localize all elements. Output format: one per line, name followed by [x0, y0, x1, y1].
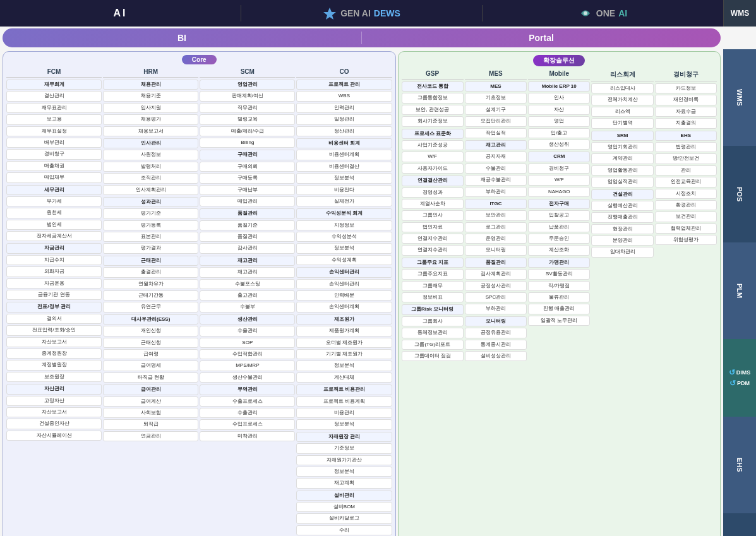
co-item: 수익성분석 [296, 232, 392, 242]
co-item: 지정정보 [296, 220, 392, 230]
fcm-item: 고정자산 [6, 396, 102, 406]
hrm-item: 연월차유가 [103, 279, 198, 289]
expense-item: 인전교육관리 [655, 177, 717, 187]
hrm-item: 개인신청 [103, 326, 198, 336]
hrm-col: HRM 채용관리 채용기준 입사지원 채용평가 채용보고서 인사관리 사원정보 … [103, 67, 198, 536]
fcm-item: 종계정원장 [6, 348, 102, 359]
hrm-item: 타직급 현황 [103, 372, 198, 383]
mobile-item: W/F [528, 175, 590, 185]
fcm-item: 보고용 [6, 114, 102, 124]
lease-item: 임대차관리 [591, 247, 653, 257]
fcm-item: 지급수지 [6, 255, 102, 265]
mes-item: 작업실적 [465, 128, 527, 138]
co-title: CO [296, 67, 392, 78]
fcm-item: 금융기관 연동 [6, 290, 102, 300]
fcm-item: 자산시뮬레이션 [6, 431, 102, 441]
co-item: 손익센터관리 [296, 267, 392, 277]
hrm-item: 인사계획관리 [103, 185, 198, 195]
co-item: 자재원가기관산 [296, 455, 392, 465]
hrm-item: 성과관리 [103, 197, 198, 207]
scm-col: SCM 영업관리 판매계획/여신 직무관리 빌링교육 매출/제리/수급 Bill… [200, 67, 295, 536]
gsp-item: 연결지수관리 [402, 245, 464, 255]
expense-title: 경비청구 [655, 69, 717, 81]
mobile-item: 가맹관리 [528, 258, 590, 268]
gsp-item: 그룹회사 [402, 316, 464, 326]
co-item: 인력배분 [296, 290, 392, 301]
fcm-item: 외화자금 [6, 266, 102, 277]
hrm-item: 근태관리 [103, 256, 198, 266]
hrm-title: HRM [103, 67, 198, 78]
bi-label: BI [3, 33, 361, 43]
gsp-item: 사용자가이드 [402, 164, 464, 174]
gsp-item: 그룹Risk 모니터링 [402, 304, 464, 314]
expense-item: 관리 [655, 165, 717, 176]
fcm-item: 자산보고서 [6, 407, 102, 417]
co-item: 수익성분석 회계 [296, 208, 392, 218]
expense-item: 방/안전보건 [655, 153, 717, 164]
expense-item: 협력업체관리 [655, 223, 717, 234]
hrm-item: 발령처리 [103, 162, 198, 172]
scm-item: 생산수불관리 [200, 372, 295, 383]
one-ai-text: AI [618, 8, 627, 18]
gsp-item: 보안, 관련성공 [402, 105, 464, 115]
hrm-item: 채용보고서 [103, 126, 198, 136]
lease-item: 건설관리 [591, 189, 653, 200]
genai-icon [323, 6, 337, 20]
mobile-item: NAHAGO [528, 187, 590, 197]
mobile-item: 자산 [528, 105, 590, 115]
mobile-title: Mobile [528, 69, 590, 80]
co-item: 정보분석 [296, 467, 392, 477]
full-page: AI GEN AI DEWS ONE AI WMS [0, 0, 756, 536]
pdm-arrow: ↺ [729, 379, 736, 388]
mes-item: SPC관리 [465, 292, 527, 302]
fcm-title: FCM [6, 67, 102, 78]
co-item: 기준정보 [296, 443, 392, 453]
hrm-item: 퇴직급 [103, 419, 198, 429]
co-item: 설비관리 [296, 491, 392, 501]
scm-item: 매입관리 [200, 196, 295, 206]
hrm-item: 채용기준 [103, 91, 198, 101]
hrm-item: 급여관리 [103, 384, 198, 395]
genai-section: GEN AI DEWS [241, 0, 482, 27]
fcm-item: 전자세금계산서 [6, 231, 102, 241]
mes-item: ITGC [465, 199, 527, 209]
gsp-item: 그룹데이터 점검 [402, 351, 464, 361]
scm-item: 빌링교육 [200, 114, 295, 124]
mes-item: 품질관리 [465, 258, 527, 268]
mes-item: 공지자재 [465, 152, 527, 162]
scm-item: 미착관리 [200, 431, 295, 441]
co-item: 정보분석 [296, 243, 392, 253]
lease-item: 리스입대사 [591, 83, 653, 93]
fcm-item: 재무표관리 [6, 103, 102, 113]
onei-section: ONE AI [483, 0, 723, 27]
hrm-item: 급여명세 [103, 360, 198, 371]
lease-item: 업업실적관리 [591, 177, 653, 187]
main-content: Core FCM 재무회계 결산관리 재무표관리 보고용 재무표설정 배부관리 [0, 49, 756, 536]
co-item: 제조원가 [296, 314, 392, 325]
mes-item: 부하관리 [465, 304, 527, 314]
mobile-item: 주문승인 [528, 234, 590, 244]
fcm-item: 결의서 [6, 314, 102, 324]
onei-icon [579, 6, 592, 20]
fcm-item: 부가세 [6, 196, 102, 206]
gsp-item: 연결결산관리 [402, 176, 464, 186]
mes-title: MES [465, 69, 527, 80]
core-columns: FCM 재무회계 결산관리 재무표관리 보고용 재무표설정 배부관리 경비청구 … [6, 67, 392, 536]
expense-item: 카드정보 [655, 83, 717, 93]
mobile-item: 직/가맹점 [528, 281, 590, 291]
expense-item: 환경관리 [655, 200, 717, 210]
mobile-item: 진행 매출관리 [528, 304, 590, 314]
hrm-item: 연금관리 [103, 431, 198, 441]
fcm-item: 재무회계 [6, 80, 102, 90]
fcm-item: 계정별원장 [6, 360, 102, 370]
mobile-item: 계산조화 [528, 245, 590, 255]
fcm-item: 재무표설정 [6, 126, 102, 136]
mobile-item: 일괄적 노무관리 [528, 316, 590, 326]
gsp-item: 사업기준성공 [402, 140, 464, 150]
fcm-item: 매출채권 [6, 161, 102, 171]
scm-item: 구매의뢰 [200, 162, 295, 172]
gsp-item: 그룹통합정보 [402, 93, 464, 103]
bi-portal-bg: BI Portal [3, 28, 721, 47]
mobile-item: 경비청구 [528, 164, 590, 174]
dims-arrow: ↺ [729, 368, 735, 377]
